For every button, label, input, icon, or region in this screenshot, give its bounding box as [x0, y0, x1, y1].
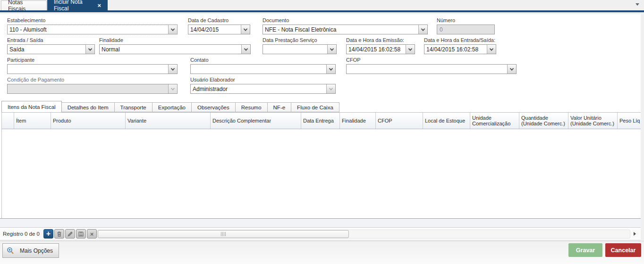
cfop-dropdown-button[interactable]: [507, 65, 516, 74]
delete-record-button[interactable]: [54, 229, 64, 239]
add-record-button[interactable]: +: [43, 229, 53, 239]
data-emissao-value: 14/04/2015 16:02:58: [347, 45, 406, 54]
edit-record-button[interactable]: [65, 229, 75, 239]
grid-col-produto[interactable]: Produto: [51, 113, 126, 129]
data-cadastro-label: Data de Cadastro: [188, 17, 250, 24]
save-record-button[interactable]: [76, 229, 86, 239]
grid-header-row: Ítem Produto Variante Descrição Compleme…: [2, 112, 641, 129]
grid-col-variante[interactable]: Variante: [126, 113, 211, 129]
scrollbar-grip-icon: [221, 232, 226, 236]
data-cadastro-dropdown-button[interactable]: [241, 25, 250, 34]
right-margin: [641, 12, 644, 241]
tab-fluxo-de-caixa[interactable]: Fluxo de Caixa: [291, 102, 339, 112]
tab-nfe[interactable]: NF-e: [268, 102, 292, 112]
documento-dropdown-button[interactable]: [418, 25, 427, 34]
chevron-down-icon: [510, 66, 514, 70]
documento-combobox[interactable]: NFE - Nota Fiscal Eletrônica: [263, 25, 428, 34]
data-entrada-saida-label: Data e Hora da Entrada/Saída:: [424, 37, 496, 43]
grid-footer-strip: [0, 219, 641, 227]
grid-col-valor-unitario[interactable]: Valor Unitário (Unidade Comerc.): [568, 113, 618, 129]
documento-value: NFE - Nota Fiscal Eletrônica: [263, 25, 418, 34]
condicao-pagamento-combobox: [7, 84, 178, 94]
top-tab-bar: Notas Fiscais Incluir Nota Fiscal ×: [0, 0, 644, 10]
chevron-down-icon: [88, 47, 92, 50]
data-emissao-label: Data e Hora da Emissão:: [346, 37, 415, 43]
x-circle-icon: ×: [90, 231, 94, 238]
data-entrada-saida-dropdown-button[interactable]: [487, 45, 496, 54]
grid-col-data-entrega[interactable]: Data Entrega: [301, 113, 340, 129]
finalidade-dropdown-button[interactable]: [241, 45, 250, 54]
incluir-nota-fiscal-window: Notas Fiscais Incluir Nota Fiscal × Esta…: [0, 0, 644, 264]
estabelecimento-label: Estabelecimento: [7, 17, 178, 24]
plus-icon: +: [46, 231, 51, 237]
usuario-elaborador-combobox[interactable]: Administrador: [190, 84, 336, 94]
contato-label: Contato: [190, 57, 336, 63]
grid-body-empty[interactable]: [2, 129, 641, 218]
trash-icon: [56, 231, 62, 237]
grid-col-item[interactable]: Ítem: [14, 113, 51, 129]
data-cadastro-combobox[interactable]: 14/04/2015: [188, 25, 250, 34]
footer-bar: Mais Opções Gravar Cancelar: [0, 241, 644, 264]
data-entrada-saida-value: 14/04/2015 16:02:58: [424, 45, 487, 54]
scroll-right-arrow-icon[interactable]: [634, 232, 636, 236]
tab-detalhes-do-item[interactable]: Detalhes do Item: [62, 102, 115, 112]
form-panel: Estabelecimento 110 - Alumisoft Data de …: [0, 14, 641, 218]
tab-notas-fiscais[interactable]: Notas Fiscais: [1, 0, 47, 10]
chevron-down-icon: [408, 47, 412, 50]
horizontal-scrollbar-track[interactable]: [97, 230, 630, 239]
data-prestacao-combobox[interactable]: [263, 44, 337, 54]
chevron-down-icon: [329, 86, 333, 90]
detail-tab-strip: Itens da Nota Fiscal Detalhes do Item Tr…: [1, 101, 339, 112]
condicao-pagamento-value: [8, 84, 168, 93]
data-emissao-dropdown-button[interactable]: [406, 45, 415, 54]
grid-col-descricao-complementar[interactable]: Descrição Complementar: [211, 113, 301, 129]
tab-observacoes[interactable]: Observações: [192, 102, 236, 112]
contato-dropdown-button[interactable]: [326, 65, 335, 74]
estabelecimento-value: 110 - Alumisoft: [8, 25, 168, 34]
tab-transporte[interactable]: Transporte: [115, 102, 153, 112]
entrada-saida-combobox[interactable]: Saída: [7, 44, 95, 54]
record-navigator-bar: Registro 0 de 0 + ×: [0, 227, 641, 240]
grid-col-peso-liq[interactable]: Peso Líq: [618, 113, 641, 129]
finalidade-combobox[interactable]: Normal: [99, 44, 251, 54]
cancel-record-button[interactable]: ×: [87, 229, 97, 239]
chevron-down-icon: [171, 27, 175, 31]
chevron-down-icon: [244, 47, 248, 50]
grid-col-local-de-estoque[interactable]: Local de Estoque: [423, 113, 470, 129]
chevron-down-icon: [490, 47, 493, 50]
estabelecimento-combobox[interactable]: 110 - Alumisoft: [7, 25, 178, 34]
cfop-combobox[interactable]: [346, 64, 517, 74]
participante-dropdown-button[interactable]: [168, 65, 177, 74]
items-grid: Ítem Produto Variante Descrição Compleme…: [1, 112, 641, 218]
data-entrada-saida-combobox[interactable]: 14/04/2015 16:02:58: [424, 44, 496, 54]
tab-incluir-nota-fiscal[interactable]: Incluir Nota Fiscal ×: [47, 0, 108, 10]
tab-overflow-chevron-down-icon[interactable]: [636, 3, 639, 6]
finalidade-label: Finalidade: [99, 37, 251, 43]
contato-combobox[interactable]: [190, 64, 336, 74]
grid-col-finalidade[interactable]: Finalidade: [340, 113, 376, 129]
data-emissao-combobox[interactable]: 14/04/2015 16:02:58: [346, 44, 415, 54]
tab-itens-da-nota-fiscal[interactable]: Itens da Nota Fiscal: [1, 101, 62, 112]
grid-col-quantidade[interactable]: Quantidade (Unidade Comerc.): [519, 113, 568, 129]
chevron-down-icon: [171, 66, 175, 70]
tab-exportacao[interactable]: Exportação: [153, 102, 192, 112]
participante-combobox[interactable]: [7, 64, 178, 74]
tab-resumo[interactable]: Resumo: [236, 102, 268, 112]
usuario-elaborador-label: Usuário Elaborador: [190, 77, 336, 83]
data-prestacao-dropdown-button[interactable]: [327, 45, 336, 54]
grid-col-unidade-comercializacao[interactable]: Unidade Comercialização: [470, 113, 519, 129]
chevron-down-icon: [244, 27, 247, 31]
horizontal-scrollbar-thumb[interactable]: [98, 230, 349, 238]
gravar-button[interactable]: Gravar: [568, 243, 602, 257]
cfop-label: CFOP: [346, 57, 517, 63]
cfop-value: [347, 65, 507, 74]
cancelar-button[interactable]: Cancelar: [605, 243, 641, 257]
data-prestacao-label: Data Prestação Serviço: [263, 37, 337, 43]
close-tab-icon[interactable]: ×: [97, 2, 101, 8]
mais-opcoes-button[interactable]: Mais Opções: [2, 243, 59, 258]
contato-value: [191, 65, 326, 74]
usuario-elaborador-dropdown-button: [326, 84, 335, 93]
estabelecimento-dropdown-button[interactable]: [168, 25, 177, 34]
entrada-saida-dropdown-button[interactable]: [85, 45, 94, 54]
grid-col-cfop[interactable]: CFOP: [376, 113, 423, 129]
